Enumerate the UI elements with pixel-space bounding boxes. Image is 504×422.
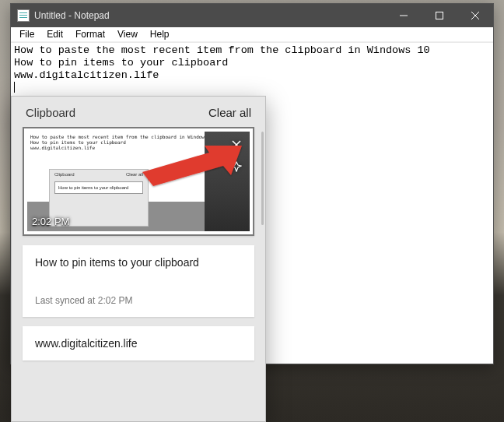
menu-file[interactable]: File — [14, 28, 40, 40]
clipboard-list: How to paste the most recent item from t… — [12, 127, 265, 421]
text-caret — [14, 82, 15, 93]
clipboard-thumbnail: How to paste the most recent item from t… — [27, 132, 250, 231]
delete-item-button[interactable] — [229, 138, 243, 152]
clipboard-header: Clipboard Clear all — [12, 97, 265, 127]
clipboard-item-image[interactable]: How to paste the most recent item from t… — [23, 127, 254, 236]
menu-format[interactable]: Format — [70, 28, 110, 40]
pin-item-button[interactable] — [229, 160, 243, 174]
notepad-icon — [17, 9, 30, 22]
close-icon — [231, 139, 242, 150]
minimize-button[interactable] — [386, 4, 422, 27]
editor-line: www.digitalcitizen.life — [14, 69, 159, 81]
close-button[interactable] — [457, 4, 493, 27]
clipboard-item-text[interactable]: www.digitalcitizen.life — [23, 326, 254, 360]
editor-line: How to paste the most recent item from t… — [14, 44, 430, 56]
clipboard-item-text[interactable]: How to pin items to your clipboard Last … — [23, 245, 254, 317]
editor-line: How to pin items to your clipboard — [14, 57, 228, 69]
menu-edit[interactable]: Edit — [41, 28, 68, 40]
clipboard-item-sync: Last synced at 2:02 PM — [35, 295, 242, 306]
clipboard-history-flyout: Clipboard Clear all How to paste the mos… — [11, 96, 266, 422]
titlebar[interactable]: Untitled - Notepad — [11, 4, 493, 27]
clipboard-item-time: 2:02 PM — [32, 216, 69, 227]
pin-icon — [231, 161, 242, 172]
clipboard-item-content: How to pin items to your clipboard — [35, 256, 242, 269]
clipboard-title: Clipboard — [26, 106, 75, 119]
scrollbar-thumb[interactable] — [261, 132, 264, 225]
menu-help[interactable]: Help — [145, 28, 175, 40]
window-title: Untitled - Notepad — [34, 10, 386, 21]
menu-view[interactable]: View — [112, 28, 143, 40]
svg-rect-0 — [436, 12, 443, 19]
menu-bar: File Edit Format View Help — [11, 27, 493, 42]
clipboard-item-content: www.digitalcitizen.life — [35, 337, 242, 350]
clear-all-button[interactable]: Clear all — [208, 106, 251, 119]
desktop-background: Untitled - Notepad File Edit Format View… — [0, 0, 504, 422]
maximize-button[interactable] — [422, 4, 457, 27]
